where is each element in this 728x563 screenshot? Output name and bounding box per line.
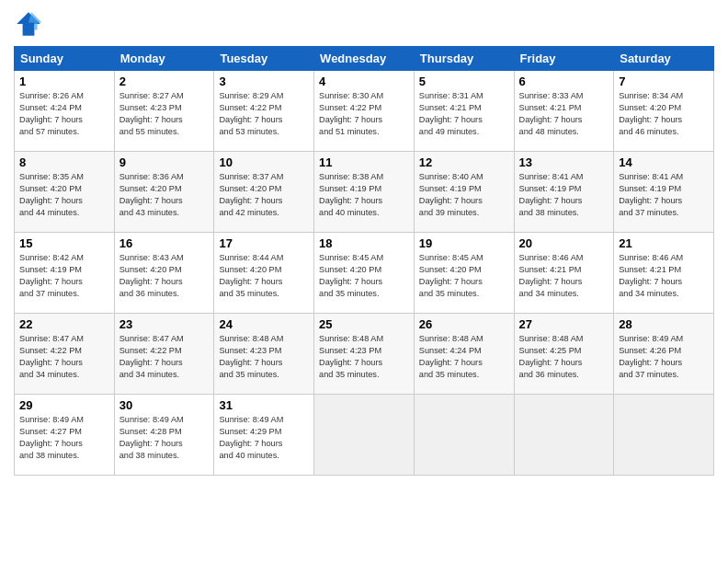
weekday-header-row: SundayMondayTuesdayWednesdayThursdayFrid… [15, 47, 714, 71]
week-row-5: 29Sunrise: 8:49 AM Sunset: 4:27 PM Dayli… [15, 395, 714, 476]
day-number: 20 [519, 236, 609, 250]
day-number: 24 [219, 317, 309, 331]
calendar-cell-28: 28Sunrise: 8:49 AM Sunset: 4:26 PM Dayli… [614, 314, 714, 395]
day-number: 2 [119, 75, 210, 88]
calendar-cell-25: 25Sunrise: 8:48 AM Sunset: 4:23 PM Dayli… [314, 314, 415, 395]
calendar-cell-23: 23Sunrise: 8:47 AM Sunset: 4:22 PM Dayli… [114, 314, 214, 395]
calendar-cell-33 [414, 395, 514, 476]
day-number: 30 [119, 398, 210, 412]
calendar-cell-13: 13Sunrise: 8:41 AM Sunset: 4:19 PM Dayli… [514, 152, 614, 233]
calendar-cell-16: 16Sunrise: 8:43 AM Sunset: 4:20 PM Dayli… [114, 233, 214, 314]
calendar-cell-18: 18Sunrise: 8:45 AM Sunset: 4:20 PM Dayli… [314, 233, 415, 314]
week-row-1: 1Sunrise: 8:26 AM Sunset: 4:24 PM Daylig… [15, 71, 714, 152]
week-row-3: 15Sunrise: 8:42 AM Sunset: 4:19 PM Dayli… [15, 233, 714, 314]
calendar-cell-21: 21Sunrise: 8:46 AM Sunset: 4:21 PM Dayli… [614, 233, 714, 314]
calendar-cell-10: 10Sunrise: 8:37 AM Sunset: 4:20 PM Dayli… [214, 152, 314, 233]
day-info: Sunrise: 8:47 AM Sunset: 4:22 PM Dayligh… [119, 333, 210, 381]
day-info: Sunrise: 8:49 AM Sunset: 4:26 PM Dayligh… [619, 333, 709, 381]
day-number: 19 [419, 236, 509, 250]
weekday-header-saturday: Saturday [614, 47, 714, 71]
day-number: 21 [619, 236, 709, 250]
calendar-cell-6: 6Sunrise: 8:33 AM Sunset: 4:21 PM Daylig… [514, 71, 614, 152]
weekday-header-friday: Friday [514, 47, 614, 71]
day-info: Sunrise: 8:40 AM Sunset: 4:19 PM Dayligh… [419, 171, 509, 219]
page: SundayMondayTuesdayWednesdayThursdayFrid… [0, 0, 728, 563]
logo-icon [14, 9, 43, 39]
day-number: 26 [419, 317, 509, 331]
calendar-cell-4: 4Sunrise: 8:30 AM Sunset: 4:22 PM Daylig… [314, 71, 415, 152]
day-info: Sunrise: 8:31 AM Sunset: 4:21 PM Dayligh… [419, 90, 509, 138]
day-info: Sunrise: 8:33 AM Sunset: 4:21 PM Dayligh… [519, 90, 609, 138]
weekday-header-monday: Monday [114, 47, 214, 71]
day-info: Sunrise: 8:46 AM Sunset: 4:21 PM Dayligh… [619, 252, 709, 300]
day-info: Sunrise: 8:38 AM Sunset: 4:19 PM Dayligh… [319, 171, 409, 219]
day-number: 28 [619, 317, 709, 331]
day-info: Sunrise: 8:43 AM Sunset: 4:20 PM Dayligh… [119, 252, 210, 300]
calendar-table: SundayMondayTuesdayWednesdayThursdayFrid… [14, 46, 714, 476]
weekday-header-thursday: Thursday [414, 47, 514, 71]
day-info: Sunrise: 8:41 AM Sunset: 4:19 PM Dayligh… [519, 171, 609, 219]
day-number: 12 [419, 155, 509, 169]
weekday-header-wednesday: Wednesday [314, 47, 415, 71]
calendar-cell-19: 19Sunrise: 8:45 AM Sunset: 4:20 PM Dayli… [414, 233, 514, 314]
week-row-2: 8Sunrise: 8:35 AM Sunset: 4:20 PM Daylig… [15, 152, 714, 233]
day-number: 27 [519, 317, 609, 331]
day-info: Sunrise: 8:45 AM Sunset: 4:20 PM Dayligh… [319, 252, 409, 300]
weekday-header-tuesday: Tuesday [214, 47, 314, 71]
day-number: 6 [519, 75, 609, 88]
calendar-cell-29: 29Sunrise: 8:49 AM Sunset: 4:27 PM Dayli… [15, 395, 115, 476]
day-number: 31 [219, 398, 309, 412]
day-info: Sunrise: 8:37 AM Sunset: 4:20 PM Dayligh… [219, 171, 309, 219]
logo [14, 9, 47, 39]
day-info: Sunrise: 8:49 AM Sunset: 4:27 PM Dayligh… [19, 414, 109, 462]
day-info: Sunrise: 8:48 AM Sunset: 4:23 PM Dayligh… [219, 333, 309, 381]
day-number: 5 [419, 75, 509, 88]
day-number: 25 [319, 317, 409, 331]
day-number: 11 [319, 155, 409, 169]
calendar-cell-32 [314, 395, 415, 476]
day-info: Sunrise: 8:29 AM Sunset: 4:22 PM Dayligh… [219, 90, 309, 138]
day-number: 9 [119, 155, 210, 169]
calendar-cell-11: 11Sunrise: 8:38 AM Sunset: 4:19 PM Dayli… [314, 152, 415, 233]
day-number: 10 [219, 155, 309, 169]
calendar-cell-17: 17Sunrise: 8:44 AM Sunset: 4:20 PM Dayli… [214, 233, 314, 314]
day-info: Sunrise: 8:42 AM Sunset: 4:19 PM Dayligh… [19, 252, 109, 300]
day-info: Sunrise: 8:26 AM Sunset: 4:24 PM Dayligh… [19, 90, 109, 138]
day-number: 8 [19, 155, 109, 169]
calendar-cell-2: 2Sunrise: 8:27 AM Sunset: 4:23 PM Daylig… [114, 71, 214, 152]
calendar-cell-14: 14Sunrise: 8:41 AM Sunset: 4:19 PM Dayli… [614, 152, 714, 233]
day-info: Sunrise: 8:48 AM Sunset: 4:24 PM Dayligh… [419, 333, 509, 381]
day-number: 14 [619, 155, 709, 169]
day-info: Sunrise: 8:49 AM Sunset: 4:29 PM Dayligh… [219, 414, 309, 462]
day-info: Sunrise: 8:44 AM Sunset: 4:20 PM Dayligh… [219, 252, 309, 300]
calendar-cell-24: 24Sunrise: 8:48 AM Sunset: 4:23 PM Dayli… [214, 314, 314, 395]
day-number: 16 [119, 236, 210, 250]
day-info: Sunrise: 8:46 AM Sunset: 4:21 PM Dayligh… [519, 252, 609, 300]
day-info: Sunrise: 8:48 AM Sunset: 4:25 PM Dayligh… [519, 333, 609, 381]
day-number: 18 [319, 236, 409, 250]
day-info: Sunrise: 8:34 AM Sunset: 4:20 PM Dayligh… [619, 90, 709, 138]
calendar-cell-7: 7Sunrise: 8:34 AM Sunset: 4:20 PM Daylig… [614, 71, 714, 152]
week-row-4: 22Sunrise: 8:47 AM Sunset: 4:22 PM Dayli… [15, 314, 714, 395]
calendar-cell-5: 5Sunrise: 8:31 AM Sunset: 4:21 PM Daylig… [414, 71, 514, 152]
calendar-cell-20: 20Sunrise: 8:46 AM Sunset: 4:21 PM Dayli… [514, 233, 614, 314]
day-number: 1 [19, 75, 109, 88]
day-number: 13 [519, 155, 609, 169]
calendar-cell-15: 15Sunrise: 8:42 AM Sunset: 4:19 PM Dayli… [15, 233, 115, 314]
calendar-cell-27: 27Sunrise: 8:48 AM Sunset: 4:25 PM Dayli… [514, 314, 614, 395]
calendar-cell-26: 26Sunrise: 8:48 AM Sunset: 4:24 PM Dayli… [414, 314, 514, 395]
day-info: Sunrise: 8:49 AM Sunset: 4:28 PM Dayligh… [119, 414, 210, 462]
calendar-cell-9: 9Sunrise: 8:36 AM Sunset: 4:20 PM Daylig… [114, 152, 214, 233]
day-number: 7 [619, 75, 709, 88]
day-info: Sunrise: 8:36 AM Sunset: 4:20 PM Dayligh… [119, 171, 210, 219]
day-info: Sunrise: 8:45 AM Sunset: 4:20 PM Dayligh… [419, 252, 509, 300]
day-info: Sunrise: 8:35 AM Sunset: 4:20 PM Dayligh… [19, 171, 109, 219]
header [14, 9, 714, 39]
calendar-cell-1: 1Sunrise: 8:26 AM Sunset: 4:24 PM Daylig… [15, 71, 115, 152]
day-number: 23 [119, 317, 210, 331]
day-info: Sunrise: 8:41 AM Sunset: 4:19 PM Dayligh… [619, 171, 709, 219]
day-info: Sunrise: 8:30 AM Sunset: 4:22 PM Dayligh… [319, 90, 409, 138]
day-number: 15 [19, 236, 109, 250]
day-number: 22 [19, 317, 109, 331]
calendar-cell-30: 30Sunrise: 8:49 AM Sunset: 4:28 PM Dayli… [114, 395, 214, 476]
